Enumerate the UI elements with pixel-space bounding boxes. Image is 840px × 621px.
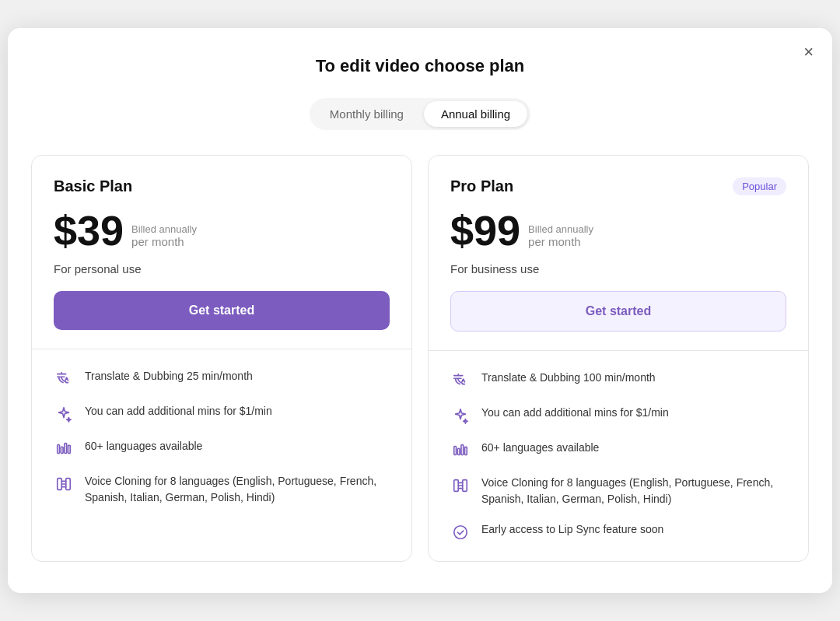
basic-per-month: per month (131, 235, 197, 248)
pro-plan-features: Translate & Dubbing 100 min/month You ca… (429, 351, 808, 561)
annual-billing-tab[interactable]: Annual billing (424, 101, 527, 127)
svg-point-18 (454, 526, 467, 539)
svg-rect-11 (461, 445, 464, 455)
svg-rect-13 (454, 480, 459, 492)
list-item: 60+ languages available (54, 438, 390, 459)
list-item: Voice Cloning for 8 languages (English, … (54, 473, 390, 506)
pricing-modal: × To edit video choose plan Monthly bill… (8, 28, 832, 593)
list-item: Translate & Dubbing 25 min/month (54, 368, 390, 389)
basic-get-started-button[interactable]: Get started (54, 291, 390, 330)
basic-plan-header: Basic Plan $39 Billed annually per month… (32, 156, 411, 349)
pro-plan-header: Pro Plan Popular $99 Billed annually per… (429, 156, 808, 351)
basic-plan-features: Translate & Dubbing 25 min/month You can… (32, 349, 411, 525)
pro-feature-translate: Translate & Dubbing 100 min/month (481, 370, 656, 386)
svg-rect-10 (457, 448, 460, 454)
svg-rect-9 (454, 447, 457, 455)
monthly-billing-tab[interactable]: Monthly billing (313, 101, 421, 127)
basic-plan-price: $39 (54, 209, 124, 251)
list-item: Early access to Lip Sync feature soon (450, 521, 786, 542)
pro-tagline: For business use (450, 262, 786, 275)
pro-per-month: per month (528, 235, 593, 248)
pro-feature-lip-sync: Early access to Lip Sync feature soon (481, 521, 663, 538)
list-item: You can add additional mins for $1/min (54, 403, 390, 424)
sparkle-icon (450, 405, 471, 426)
basic-plan-name-row: Basic Plan (54, 177, 390, 195)
pro-plan-price: $99 (450, 209, 520, 251)
list-item: Translate & Dubbing 100 min/month (450, 370, 786, 391)
basic-plan-name: Basic Plan (54, 177, 132, 195)
translate-icon (450, 370, 471, 391)
pro-get-started-button[interactable]: Get started (450, 291, 786, 332)
basic-plan-price-details: Billed annually per month (131, 223, 197, 251)
close-button[interactable]: × (803, 44, 814, 61)
basic-billed-note: Billed annually (131, 223, 197, 235)
list-item: 60+ languages available (450, 440, 786, 461)
list-item: Voice Cloning for 8 languages (English, … (450, 475, 786, 507)
billing-toggle: Monthly billing Annual billing (31, 98, 809, 130)
sparkle-icon (54, 404, 74, 424)
voice-clone-icon (450, 475, 471, 496)
svg-rect-14 (463, 480, 467, 492)
basic-feature-voice-clone: Voice Cloning for 8 languages (English, … (85, 473, 390, 506)
svg-rect-1 (61, 447, 63, 453)
pro-feature-additional: You can add additional mins for $1/min (481, 405, 669, 421)
basic-feature-additional: You can add additional mins for $1/min (85, 403, 272, 419)
basic-feature-languages: 60+ languages available (85, 438, 202, 454)
pro-plan-price-row: $99 Billed annually per month (450, 209, 786, 251)
billing-toggle-inner: Monthly billing Annual billing (310, 98, 530, 130)
pro-plan-name: Pro Plan (450, 177, 513, 195)
plans-container: Basic Plan $39 Billed annually per month… (31, 155, 809, 562)
popular-badge: Popular (733, 177, 786, 195)
pro-feature-voice-clone: Voice Cloning for 8 languages (English, … (481, 475, 786, 507)
check-circle-icon (450, 522, 471, 542)
languages-icon (54, 439, 74, 459)
basic-plan-card: Basic Plan $39 Billed annually per month… (31, 155, 412, 562)
pro-plan-card: Pro Plan Popular $99 Billed annually per… (428, 155, 809, 562)
pro-plan-name-row: Pro Plan Popular (450, 177, 786, 195)
basic-plan-price-row: $39 Billed annually per month (54, 209, 390, 251)
voice-clone-icon (54, 474, 74, 494)
basic-feature-translate: Translate & Dubbing 25 min/month (85, 368, 253, 384)
svg-rect-12 (465, 447, 467, 454)
translate-icon (54, 369, 74, 389)
pro-billed-note: Billed annually (528, 223, 593, 235)
basic-tagline: For personal use (54, 262, 390, 275)
languages-icon (450, 440, 471, 461)
list-item: You can add additional mins for $1/min (450, 405, 786, 426)
pro-feature-languages: 60+ languages available (481, 440, 599, 456)
svg-rect-3 (68, 445, 71, 453)
pro-plan-price-details: Billed annually per month (528, 223, 593, 251)
svg-rect-0 (58, 445, 60, 454)
modal-title: To edit video choose plan (31, 56, 809, 76)
svg-rect-2 (65, 444, 67, 454)
